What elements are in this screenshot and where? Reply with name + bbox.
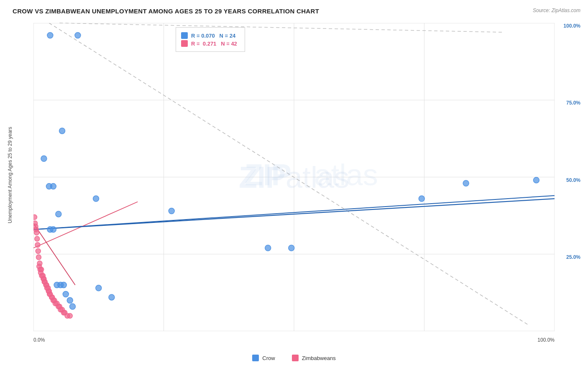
bottom-legend: Crow Zimbabweans bbox=[0, 355, 588, 361]
y-tick-75: 75.0% bbox=[566, 100, 580, 106]
source-label: Source: ZipAtlas.com bbox=[533, 8, 580, 13]
bottom-legend-crow: Crow bbox=[252, 355, 275, 361]
x-tick-0: 0.0% bbox=[33, 337, 45, 343]
bottom-swatch-zimbabweans bbox=[292, 355, 299, 361]
dots-canvas bbox=[33, 23, 555, 331]
y-axis-label: Unemployment Among Ages 25 to 29 years bbox=[6, 23, 14, 331]
y-tick-100: 100.0% bbox=[563, 23, 580, 29]
x-axis-ticks: 0.0% 100.0% bbox=[33, 337, 555, 343]
x-tick-100: 100.0% bbox=[537, 337, 555, 343]
bottom-legend-zimbabweans: Zimbabweans bbox=[292, 355, 336, 361]
y-axis-ticks: 100.0% 75.0% 50.0% 25.0% bbox=[563, 23, 580, 331]
bottom-label-zimbabweans: Zimbabweans bbox=[302, 355, 336, 361]
bottom-swatch-crow bbox=[252, 355, 259, 361]
y-tick-25: 25.0% bbox=[566, 254, 580, 260]
y-tick-50: 50.0% bbox=[566, 177, 580, 183]
chart-title: CROW VS ZIMBABWEAN UNEMPLOYMENT AMONG AG… bbox=[13, 8, 319, 15]
chart-container: CROW VS ZIMBABWEAN UNEMPLOYMENT AMONG AG… bbox=[0, 0, 588, 373]
bottom-label-crow: Crow bbox=[262, 355, 275, 361]
